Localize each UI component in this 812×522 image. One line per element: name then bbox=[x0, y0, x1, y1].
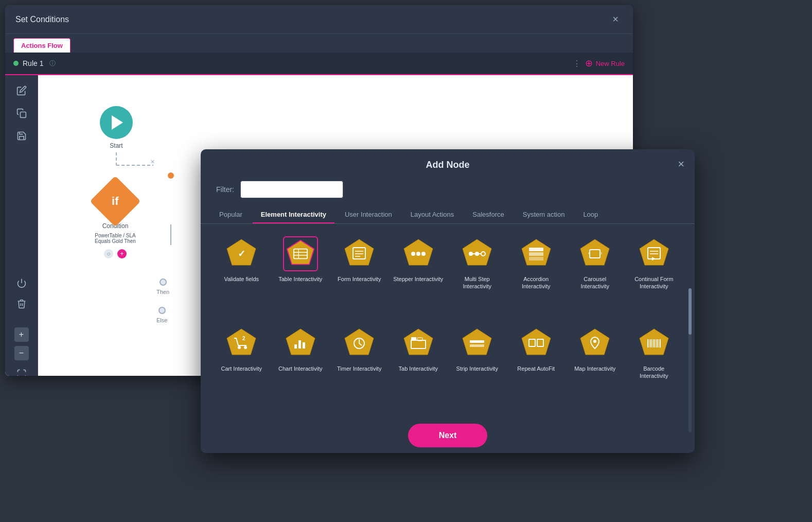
add-node-close-button[interactable]: × bbox=[678, 158, 684, 171]
node-item-continual-form-interactivity[interactable]: ▶Continual Form Interactivity bbox=[629, 236, 680, 318]
start-circle[interactable] bbox=[100, 106, 133, 139]
edit-button[interactable] bbox=[12, 81, 31, 100]
node-tabs: Popular Element Interactivity User Inter… bbox=[201, 206, 695, 224]
tab-actions-flow[interactable]: Actions Flow bbox=[13, 38, 70, 53]
node-icon-repeat-autofit bbox=[519, 326, 554, 361]
node-label-chart-interactivity: Chart Interactivity bbox=[278, 365, 323, 372]
node-item-form-interactivity[interactable]: Form Interactivity bbox=[334, 236, 385, 318]
node-icon-chart-interactivity bbox=[283, 326, 318, 361]
tab-user-interaction[interactable]: User Interaction bbox=[337, 206, 400, 223]
node-label-carousel-interactivity: Carousel Interactivity bbox=[570, 275, 621, 290]
node-item-repeat-autofit[interactable]: Repeat AutoFit bbox=[511, 326, 562, 407]
condition-node[interactable]: if Condition PowerTable / SLA Equals Gol… bbox=[90, 183, 141, 258]
node-icon-validate-fields: ✓ bbox=[224, 236, 259, 271]
else-label: Else bbox=[156, 317, 167, 323]
tab-system-action[interactable]: System action bbox=[515, 206, 573, 223]
svg-point-26 bbox=[475, 252, 479, 256]
main-dialog-header: Set Conditions × bbox=[5, 5, 633, 34]
node-label-strip-interactivity: Strip Interactivity bbox=[456, 365, 498, 372]
add-node-title: Add Node bbox=[426, 160, 470, 170]
tab-element-interactivity[interactable]: Element Interactivity bbox=[253, 206, 334, 223]
rule-name: Rule 1 bbox=[23, 59, 43, 67]
condition-diamond[interactable]: if bbox=[90, 176, 141, 227]
tab-loop[interactable]: Loop bbox=[575, 206, 606, 223]
node-item-stepper-interactivity[interactable]: Stepper Interactivity bbox=[393, 236, 444, 318]
save-button[interactable] bbox=[12, 127, 31, 145]
svg-rect-31 bbox=[529, 252, 543, 256]
node-icon-map-interactivity bbox=[577, 326, 612, 361]
node-item-table-interactivity[interactable]: Table Interactivity bbox=[275, 236, 326, 318]
svg-point-21 bbox=[416, 252, 420, 256]
add-node-dialog: Add Node × Filter: Popular Element Inter… bbox=[201, 149, 695, 453]
filter-label: Filter: bbox=[216, 185, 234, 194]
node-item-barcode-interactivity[interactable]: Barcode Interactivity bbox=[629, 326, 680, 407]
delete-button[interactable] bbox=[12, 294, 31, 313]
svg-point-65 bbox=[593, 340, 596, 343]
svg-point-24 bbox=[469, 252, 473, 256]
node-item-cart-interactivity[interactable]: 2Cart Interactivity bbox=[216, 326, 267, 407]
svg-point-43 bbox=[238, 346, 241, 349]
new-rule-button[interactable]: ⊕ New Rule bbox=[585, 58, 625, 69]
condition-if-icon: if bbox=[112, 195, 118, 208]
node-icon-accordion-interactivity bbox=[519, 236, 554, 271]
svg-text:▶: ▶ bbox=[652, 256, 656, 261]
node-label-map-interactivity: Map Interactivity bbox=[574, 365, 615, 372]
condition-add-button[interactable]: + bbox=[117, 249, 127, 258]
node-label-form-interactivity: Form Interactivity bbox=[338, 275, 381, 283]
svg-rect-59 bbox=[470, 340, 484, 343]
svg-point-5 bbox=[168, 172, 174, 179]
svg-rect-49 bbox=[303, 342, 305, 349]
tab-popular[interactable]: Popular bbox=[211, 206, 251, 223]
node-grid: ✓Validate fieldsTable InteractivityForm … bbox=[201, 224, 695, 420]
node-icon-timer-interactivity bbox=[342, 326, 377, 361]
add-node-header: Add Node × bbox=[201, 149, 695, 181]
node-item-accordion-interactivity[interactable]: Accordion Interactivity bbox=[511, 236, 562, 318]
start-label: Start bbox=[110, 142, 122, 149]
condition-sublabel: PowerTable / SLA Equals Gold Then bbox=[90, 233, 141, 244]
node-item-strip-interactivity[interactable]: Strip Interactivity bbox=[452, 326, 503, 407]
node-item-timer-interactivity[interactable]: Timer Interactivity bbox=[334, 326, 385, 407]
zoom-out-button[interactable]: − bbox=[14, 346, 29, 360]
fit-view-button[interactable] bbox=[12, 364, 31, 376]
else-circle bbox=[158, 307, 166, 314]
rule-status-dot bbox=[13, 61, 19, 66]
new-rule-plus-icon: ⊕ bbox=[585, 58, 593, 69]
node-item-map-interactivity[interactable]: Map Interactivity bbox=[570, 326, 621, 407]
node-label-tab-interactivity: Tab Interactivity bbox=[399, 365, 438, 372]
svg-marker-33 bbox=[580, 239, 609, 265]
node-icon-strip-interactivity bbox=[460, 326, 495, 361]
node-item-multi-step-interactivity[interactable]: Multi Step Interactivity bbox=[452, 236, 503, 318]
tab-layout-actions[interactable]: Layout Actions bbox=[402, 206, 463, 223]
filter-input[interactable] bbox=[240, 181, 343, 198]
node-icon-form-interactivity bbox=[342, 236, 377, 271]
node-item-tab-interactivity[interactable]: Tab Interactivity bbox=[393, 326, 444, 407]
node-item-carousel-interactivity[interactable]: ‹›Carousel Interactivity bbox=[570, 236, 621, 318]
node-item-chart-interactivity[interactable]: Chart Interactivity bbox=[275, 326, 326, 407]
play-icon bbox=[112, 115, 123, 130]
next-button[interactable]: Next bbox=[408, 424, 488, 447]
svg-rect-47 bbox=[294, 344, 297, 349]
node-icon-carousel-interactivity: ‹› bbox=[577, 236, 612, 271]
condition-actions: ○ + bbox=[104, 249, 127, 258]
tab-salesforce[interactable]: Salesforce bbox=[464, 206, 512, 223]
svg-text:2: 2 bbox=[242, 336, 245, 341]
svg-marker-61 bbox=[522, 329, 551, 355]
svg-rect-32 bbox=[529, 257, 543, 260]
svg-point-22 bbox=[421, 252, 426, 256]
power-button[interactable] bbox=[12, 274, 31, 292]
copy-button[interactable] bbox=[12, 104, 31, 123]
condition-gray-button[interactable]: ○ bbox=[104, 249, 113, 258]
node-label-multi-step-interactivity: Multi Step Interactivity bbox=[452, 275, 503, 290]
new-rule-label: New Rule bbox=[596, 60, 625, 67]
node-icon-multi-step-interactivity bbox=[460, 236, 495, 271]
zoom-in-button[interactable]: + bbox=[14, 327, 29, 342]
main-dialog-close-button[interactable]: × bbox=[608, 11, 623, 27]
svg-marker-14 bbox=[345, 239, 374, 265]
node-label-barcode-interactivity: Barcode Interactivity bbox=[629, 365, 680, 380]
node-icon-table-interactivity bbox=[283, 236, 318, 271]
then-circle bbox=[160, 279, 167, 286]
rule-options-icon[interactable]: ⋮ bbox=[573, 59, 581, 68]
node-item-validate-fields[interactable]: ✓Validate fields bbox=[216, 236, 267, 318]
node-icon-continual-form-interactivity: ▶ bbox=[637, 236, 672, 271]
start-node[interactable]: Start bbox=[100, 106, 133, 149]
